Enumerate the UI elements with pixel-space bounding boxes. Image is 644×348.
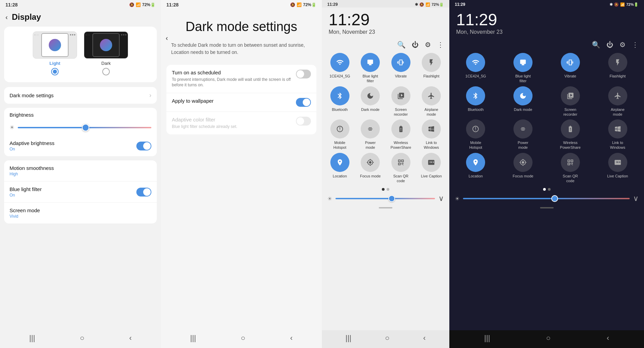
qs-tile-windows[interactable]: Link to Windows	[418, 119, 446, 150]
scheduled-sub: To prevent interruptions, Dark mode will…	[172, 77, 292, 88]
nav-menu-2[interactable]: |||	[190, 334, 196, 343]
qs-tile-airplane[interactable]: Airplane mode	[595, 86, 640, 117]
theme-options: ‹ ··· Light	[33, 31, 128, 75]
nav-home-4[interactable]: ○	[546, 334, 551, 343]
power-icon-4[interactable]: ⏻	[606, 41, 613, 49]
nav-home-1[interactable]: ○	[80, 334, 84, 343]
qs-brightness-thumb-4[interactable]	[551, 195, 558, 202]
dark-mode-row[interactable]: Dark mode settings ›	[4, 87, 157, 104]
qs-tile-screenrecorder[interactable]: Screen recorder	[387, 86, 415, 117]
qs-tile-bluelight[interactable]: BBlue light filter	[357, 53, 385, 84]
search-icon-4[interactable]: 🔍	[592, 41, 600, 49]
qs-tile-wifi[interactable]: 1CE424_5G	[326, 53, 354, 84]
qs-tile-wifi[interactable]: 1CE424_5G	[453, 53, 498, 84]
theme-blob-light	[49, 39, 61, 51]
scheduled-row[interactable]: Turn on as scheduled To prevent interrup…	[166, 65, 316, 93]
qs-tile-label-power: Power mode	[518, 140, 528, 150]
screen-mode-row[interactable]: Screen mode Vivid	[4, 203, 157, 223]
qs-tile-hotspot[interactable]: Mobile Hotspot	[453, 119, 498, 150]
qs-tile-bluelight[interactable]: BBlue light filter	[501, 53, 545, 84]
adaptive-brightness-toggle[interactable]	[136, 142, 151, 150]
settings-icon-3[interactable]: ⚙	[425, 41, 431, 49]
light-theme-radio[interactable]	[51, 68, 59, 75]
windows-icon	[608, 119, 627, 139]
battery-icon-4: 72%🔋	[626, 2, 639, 7]
brightness-label: Brightness	[10, 112, 34, 118]
motion-smoothness-label: Motion smoothness	[10, 165, 54, 171]
motion-smoothness-row[interactable]: Motion smoothness High	[4, 160, 157, 182]
nav-back-4[interactable]: ‹	[606, 334, 609, 343]
qs-tile-label-wifi: 1CE424_5G	[465, 74, 486, 78]
nav-bar-2: ||| ○ ‹	[161, 330, 322, 348]
qs-tile-caption[interactable]: Live Caption	[418, 153, 446, 184]
search-icon-3[interactable]: 🔍	[397, 41, 406, 49]
qs-tile-hotspot[interactable]: Mobile Hotspot	[326, 119, 354, 150]
qs-tile-vibrate[interactable]: Vibrate	[548, 53, 593, 84]
brightness-slider[interactable]	[18, 127, 151, 128]
qs-dots-4	[449, 185, 644, 192]
qs-tile-label-darkmode: Dark mode	[514, 107, 532, 112]
qs-tile-vibrate[interactable]: Vibrate	[387, 53, 415, 84]
qs-tile-windows[interactable]: Link to Windows	[595, 119, 640, 150]
qs-tile-flashlight[interactable]: Flashlight	[595, 53, 640, 84]
qs-tile-qr[interactable]: Scan QR code	[548, 153, 593, 184]
more-icon-3[interactable]: ⋮	[437, 41, 444, 49]
nav-menu-3[interactable]: |||	[345, 334, 351, 343]
qs-tile-label-bluetooth: Bluetooth	[332, 107, 348, 112]
qs-expand-btn-4[interactable]: ∨	[633, 194, 639, 203]
nav-menu-1[interactable]: |||	[29, 334, 35, 343]
nav-menu-4[interactable]: |||	[484, 334, 490, 343]
wallpaper-row[interactable]: Apply to wallpaper	[166, 93, 316, 112]
qs-tile-location[interactable]: Location	[453, 153, 498, 184]
qs-tile-label-screenrecorder: Screen recorder	[563, 107, 577, 117]
nav-home-3[interactable]: ○	[385, 334, 389, 343]
brightness-thumb[interactable]	[82, 124, 89, 131]
qs-tile-caption[interactable]: Live Caption	[595, 153, 640, 184]
qs-tile-bluetooth[interactable]: Bluetooth	[453, 86, 498, 117]
qs-tile-power[interactable]: Power mode	[357, 119, 385, 150]
power-icon	[361, 119, 380, 139]
more-icon-4[interactable]: ⋮	[632, 41, 639, 49]
caption-icon	[608, 153, 627, 172]
adaptive-brightness-row[interactable]: Adaptive brightness On	[4, 135, 157, 156]
qs-tile-flashlight[interactable]: Flashlight	[418, 53, 446, 84]
nav-back-2[interactable]: ‹	[290, 334, 293, 343]
qs-tile-qr[interactable]: Scan QR code	[387, 153, 415, 184]
qs-tile-power[interactable]: Power mode	[501, 119, 545, 150]
time-3: 11:29	[327, 2, 338, 7]
qs-expand-btn-3[interactable]: ∨	[438, 194, 444, 203]
back-button-1[interactable]: ‹	[5, 13, 8, 21]
qs-tile-darkmode[interactable]: Dark mode	[357, 86, 385, 117]
theme-item-dark[interactable]: ‹ ··· Dark	[84, 31, 128, 75]
blue-light-toggle[interactable]	[136, 188, 151, 197]
qs-tile-screenrecorder[interactable]: Screen recorder	[548, 86, 593, 117]
wallpaper-text: Apply to wallpaper	[172, 98, 292, 105]
qs-brightness-slider-3[interactable]	[335, 198, 435, 199]
qs-tile-focus[interactable]: Focus mode	[357, 153, 385, 184]
power-icon-3[interactable]: ⏻	[412, 41, 419, 49]
qs-tile-label-airplane: Airplane mode	[424, 107, 438, 117]
nav-back-3[interactable]: ‹	[423, 334, 425, 343]
status-icons-1: 🔕 📶 72%🔋	[129, 2, 155, 7]
qs-tile-powershare[interactable]: Wireless PowerShare	[387, 119, 415, 150]
bluelight-icon: B	[361, 53, 380, 72]
dark-mode-back-button[interactable]: ‹	[166, 34, 168, 42]
qs-tile-darkmode[interactable]: Dark mode	[501, 86, 545, 117]
page-dot-active-4	[543, 188, 546, 191]
qs-tile-focus[interactable]: Focus mode	[501, 153, 545, 184]
qs-brightness-thumb-3[interactable]	[388, 195, 395, 202]
qs-tile-bluetooth[interactable]: Bluetooth	[326, 86, 354, 117]
blue-light-filter-row[interactable]: Blue light filter On	[4, 182, 157, 203]
qs-tile-powershare[interactable]: Wireless PowerShare	[548, 119, 593, 150]
scheduled-toggle[interactable]	[296, 70, 311, 78]
settings-icon-4[interactable]: ⚙	[619, 41, 626, 49]
dark-theme-radio[interactable]	[102, 68, 110, 75]
nav-home-2[interactable]: ○	[241, 334, 245, 343]
theme-item-light[interactable]: ‹ ··· Light	[33, 31, 77, 75]
nav-back-1[interactable]: ‹	[129, 334, 132, 343]
qs-brightness-slider-4[interactable]	[463, 198, 630, 199]
mute-icon-4: 🔕	[614, 2, 619, 7]
qs-tile-airplane[interactable]: Airplane mode	[418, 86, 446, 117]
wallpaper-toggle[interactable]	[296, 98, 311, 107]
qs-tile-location[interactable]: Location	[326, 153, 354, 184]
